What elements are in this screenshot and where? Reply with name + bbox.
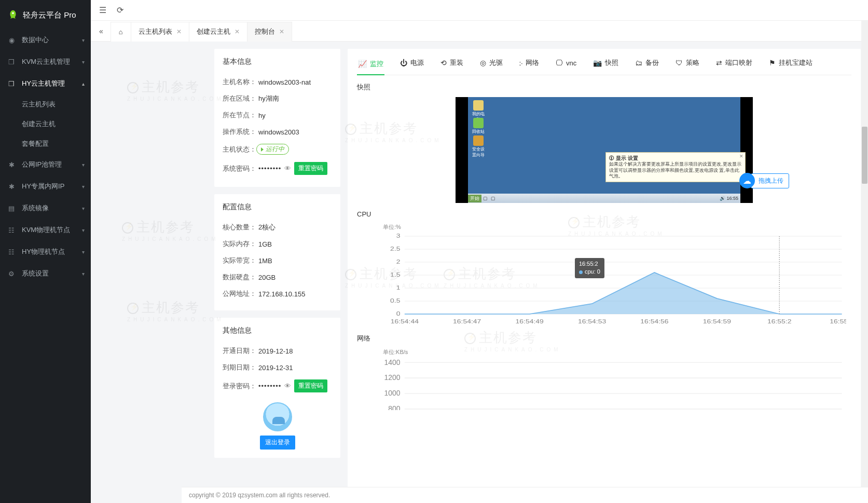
action-电源[interactable]: ⏻电源 <box>399 56 425 70</box>
reinstall-icon: ⟲ <box>440 59 447 67</box>
tab-0[interactable]: 云主机列表✕ <box>131 22 189 42</box>
net-chart[interactable]: 400600800100012001400 <box>383 358 846 410</box>
sidebar-item-label: HY专属内网IP <box>22 182 64 191</box>
disk-label: 数据硬盘： <box>223 273 256 282</box>
action-快照[interactable]: 📷快照 <box>592 56 619 70</box>
node-label: 所在节点： <box>223 111 256 120</box>
network-icon: ✱ <box>7 160 16 169</box>
close-icon[interactable]: ✕ <box>739 154 743 160</box>
svg-text:1: 1 <box>396 285 401 291</box>
open-label: 开通日期： <box>223 346 256 356</box>
other-title: 其他信息 <box>223 326 332 335</box>
snapshot-title: 快照 <box>357 83 851 92</box>
port-icon: ⇄ <box>716 59 722 67</box>
action-label: 端口映射 <box>725 58 752 67</box>
sidebar-item-5[interactable]: ▤系统镜像▾ <box>0 197 91 219</box>
loginpw-label: 登录密码： <box>223 382 256 391</box>
topbar: ☰ ⟳ <box>91 0 868 21</box>
chevron-down-icon: ▾ <box>82 37 85 43</box>
action-备份[interactable]: 🗂备份 <box>634 56 660 70</box>
sidebar-sub-2-2[interactable]: 套餐配置 <box>0 134 91 154</box>
dashboard-icon: ◉ <box>7 36 16 44</box>
sidebar-item-4[interactable]: ✱HY专属内网IP▾ <box>0 175 91 197</box>
action-重装[interactable]: ⟲重装 <box>439 56 464 70</box>
bw-label: 实际带宽： <box>223 256 256 265</box>
region-label: 所在区域： <box>223 94 256 103</box>
cpu-unit: 单位:% <box>383 223 851 231</box>
action-label: 网络 <box>526 58 539 67</box>
chevron-down-icon: ▾ <box>82 184 85 189</box>
status-badge: 运行中 <box>256 144 289 155</box>
eye-icon[interactable]: 👁 <box>284 165 291 172</box>
tab-2[interactable]: 控制台✕ <box>247 22 292 42</box>
action-label: vnc <box>566 59 576 67</box>
svg-text:2: 2 <box>396 259 401 265</box>
vnc-snapshot[interactable]: 我的电脑 回收站 安全设置向导 ✕ 🛈 显示 设置 如果这个解决方案要更改屏幕上… <box>456 97 753 203</box>
action-光驱[interactable]: ◎光驱 <box>479 56 504 70</box>
card-config-info: 配置信息 核心数量：2核心 实际内存：1GB 实际带宽：1MB 数据硬盘：20G… <box>214 194 340 310</box>
network2-icon: ჻ <box>519 59 522 67</box>
chevron-down-icon: ▾ <box>82 59 85 65</box>
action-挂机宝建站[interactable]: ⚑挂机宝建站 <box>768 56 814 70</box>
sidebar-sub-2-1[interactable]: 创建云主机 <box>0 114 91 134</box>
action-label: 监控 <box>370 59 383 69</box>
region-value: hy湖南 <box>258 94 279 103</box>
sidebar-item-3[interactable]: ✱公网IP池管理▾ <box>0 154 91 175</box>
reset-loginpw-button[interactable]: 重置密码 <box>294 379 327 392</box>
action-label: 重装 <box>450 58 463 67</box>
cpu-chart[interactable]: 00.511.522.5316:54:4416:54:4716:54:4916:… <box>383 233 846 327</box>
image-icon: ▤ <box>7 204 16 212</box>
sidebar-item-8[interactable]: ⚙系统设置▾ <box>0 263 91 284</box>
action-网络[interactable]: ჻网络 <box>518 56 540 70</box>
loginpw-mask: •••••••• <box>258 382 281 390</box>
svg-text:1000: 1000 <box>384 389 400 397</box>
rocket-icon <box>7 9 19 21</box>
tabs-prev-icon[interactable]: « <box>95 27 107 35</box>
svg-text:16:54:49: 16:54:49 <box>516 319 544 325</box>
action-端口映射[interactable]: ⇄端口映射 <box>715 56 753 70</box>
chevron-down-icon: ▾ <box>82 162 85 168</box>
action-监控[interactable]: 📈监控 <box>357 56 384 75</box>
chevron-down-icon: ▾ <box>82 227 85 233</box>
sidebar-sub-2-0[interactable]: 云主机列表 <box>0 94 91 114</box>
menu-toggle-icon[interactable]: ☰ <box>99 5 106 15</box>
os-value: windows2003 <box>258 128 299 136</box>
power-icon: ⏻ <box>400 59 407 67</box>
sidebar-item-label: KVM物理机节点 <box>22 225 70 235</box>
avatar <box>263 402 292 431</box>
tab-label: 云主机列表 <box>139 27 172 36</box>
cpu-title: CPU <box>357 210 851 218</box>
server-icon: ☷ <box>7 248 16 256</box>
logout-button[interactable]: 退出登录 <box>260 436 295 450</box>
refresh-icon[interactable]: ⟳ <box>117 5 123 15</box>
action-vnc[interactable]: 🖵vnc <box>555 56 577 70</box>
close-icon[interactable]: ✕ <box>279 28 284 35</box>
tab-home[interactable]: ⌂ <box>111 22 131 42</box>
upload-button[interactable]: ☁ 拖拽上传 <box>739 173 789 188</box>
sidebar-item-2[interactable]: ❒HY云主机管理▴ <box>0 73 91 94</box>
eye-icon[interactable]: 👁 <box>284 382 291 390</box>
svg-text:16:54:44: 16:54:44 <box>391 319 419 325</box>
sidebar-item-1[interactable]: ❒KVM云主机管理▾ <box>0 51 91 73</box>
tab-label: 控制台 <box>255 27 275 36</box>
content: 主机参考ZHUJICANKAO.COM 主机参考ZHUJICANKAO.COM … <box>91 42 868 503</box>
node-value: hy <box>258 112 266 119</box>
sidebar-item-label: 数据中心 <box>22 35 49 45</box>
scrollbar[interactable] <box>861 21 868 503</box>
reset-syspw-button[interactable]: 重置密码 <box>294 162 327 175</box>
close-icon[interactable]: ✕ <box>235 28 240 35</box>
sidebar-item-6[interactable]: ☷KVM物理机节点▾ <box>0 219 91 241</box>
disc-icon: ◎ <box>480 59 486 67</box>
sidebar-item-7[interactable]: ☷HY物理机节点▾ <box>0 241 91 263</box>
tab-1[interactable]: 创建云主机✕ <box>189 22 247 42</box>
tab-label: 创建云主机 <box>197 27 230 36</box>
action-策略[interactable]: 🛡策略 <box>674 56 700 70</box>
action-tabs: 📈监控⏻电源⟲重装◎光驱჻网络🖵vnc📷快照🗂备份🛡策略⇄端口映射⚑挂机宝建站 <box>357 56 851 75</box>
close-icon[interactable]: ✕ <box>176 28 182 35</box>
cores-label: 核心数量： <box>223 223 256 232</box>
net-title: 网络 <box>357 334 851 343</box>
svg-text:800: 800 <box>388 404 401 410</box>
sidebar-item-0[interactable]: ◉数据中心▾ <box>0 29 91 51</box>
cloud-upload-icon: ☁ <box>739 173 755 188</box>
scrollbar-thumb[interactable] <box>862 127 867 184</box>
